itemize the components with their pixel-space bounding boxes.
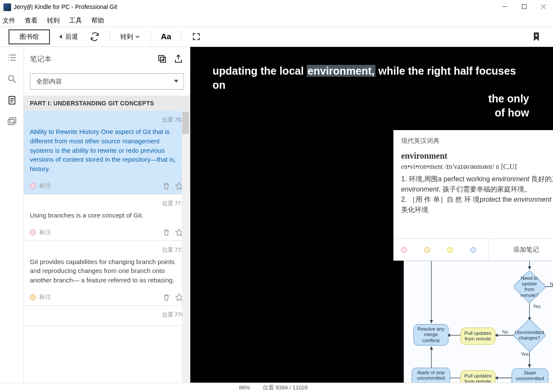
menu-tools[interactable]: 工具 [69, 17, 82, 25]
fullscreen-button[interactable] [188, 30, 205, 44]
status-percent: 86% [239, 384, 250, 391]
note-tag-label: 标注 [39, 182, 158, 190]
dictionary-word: environment [401, 151, 553, 161]
note-tag-label: 标注 [39, 229, 158, 236]
flow-pull2: Pull updates from remote [460, 370, 495, 383]
filter-select[interactable]: 全部内容 [30, 73, 184, 90]
note-location: 位置 776 [30, 311, 184, 319]
app-icon [3, 3, 11, 11]
delete-icon[interactable] [162, 228, 171, 237]
delete-icon[interactable] [162, 293, 171, 302]
menu-goto[interactable]: 转到 [47, 17, 60, 25]
dictionary-footer: 添加笔记 复制 更多 [393, 238, 553, 261]
font-button[interactable]: Aa [157, 29, 175, 44]
note-location: 位置 771 [30, 200, 184, 207]
note-tag-label: 标注 [39, 293, 158, 301]
book-text[interactable]: updating the local environment, while th… [190, 47, 553, 119]
delete-icon[interactable] [162, 181, 171, 191]
left-sidebar [0, 47, 24, 383]
highlight-pink[interactable] [401, 247, 407, 253]
notes-list: 位置 752 Ability to Rewrite History One as… [24, 111, 190, 383]
add-note-button[interactable]: 添加笔记 [496, 239, 553, 261]
highlight-blue[interactable] [470, 247, 476, 253]
menu-help[interactable]: 帮助 [91, 17, 104, 25]
note-location: 位置 772 [30, 246, 184, 254]
note-text: Ability to Rewrite History One aspect of… [30, 127, 184, 174]
highlight-color-dot [30, 294, 36, 300]
notes-icon[interactable] [6, 95, 17, 106]
highlight-color-dot [30, 229, 36, 235]
highlight-color-dot [30, 183, 36, 189]
flow-apply: Apply or pop uncommitted changes [412, 368, 450, 383]
note-text: Git provides capabilities for changing b… [30, 257, 184, 285]
library-button[interactable]: 图书馆 [9, 29, 50, 44]
dictionary-name: 现代英汉词典 [401, 137, 553, 145]
menu-view[interactable]: 查看 [25, 17, 38, 25]
svg-rect-1 [522, 4, 527, 9]
refresh-button[interactable] [86, 29, 104, 44]
bookmark-button[interactable] [528, 29, 544, 44]
flowchart-image: Need to update from remote? Stage and co… [404, 261, 553, 383]
status-location: 位置 9384 / 11026 [263, 384, 308, 392]
highlighted-word: environment, [307, 65, 375, 77]
note-item[interactable]: 位置 776 [24, 306, 190, 326]
flow-resolve: Resolve any merge conflicts [413, 324, 448, 346]
note-item[interactable]: 位置 771 Using branches is a core concept … [24, 195, 190, 241]
menu-file[interactable]: 文件 [3, 17, 15, 25]
note-item[interactable]: 位置 752 Ability to Rewrite History One as… [24, 111, 190, 195]
close-button[interactable] [534, 0, 553, 13]
scrollbar[interactable] [182, 111, 189, 383]
window-title: Jerry的 Kindle for PC - Professional Git [14, 3, 117, 11]
section-title: PART I: UNDERSTANDING GIT CONCEPTS [24, 96, 190, 111]
svg-point-12 [9, 75, 14, 81]
note-location: 位置 752 [30, 116, 184, 124]
highlight-orange[interactable] [424, 247, 430, 253]
menu-bar: 文件 查看 转到 工具 帮助 [0, 15, 553, 26]
toolbar: 图书馆 后退 转到 Aa [0, 26, 553, 47]
svg-line-13 [13, 80, 16, 83]
status-bar: 86% 位置 9384 / 11026 [0, 383, 553, 392]
flashcards-icon[interactable] [6, 116, 17, 127]
highlight-yellow[interactable] [447, 247, 453, 253]
notes-panel-title: 笔记本 [30, 54, 151, 64]
search-icon[interactable] [6, 73, 17, 84]
dictionary-popup: 现代英汉词典 environment en•vi•ron•ment /ɪnˈva… [393, 130, 553, 261]
window-controls [495, 0, 553, 13]
flow-stash: Stash uncommitted changes [512, 369, 548, 383]
maximize-button[interactable] [515, 0, 534, 13]
copy-all-icon[interactable] [157, 53, 168, 64]
minimize-button[interactable] [495, 0, 515, 13]
back-button[interactable]: 后退 [53, 30, 82, 44]
notes-panel: 笔记本 全部内容 PART I: UNDERSTANDING GIT CONCE… [24, 47, 190, 383]
note-text: Using branches is a core concept of Git. [30, 211, 184, 220]
goto-button[interactable]: 转到 [116, 30, 144, 44]
reader-pane: updating the local environment, while th… [190, 47, 553, 383]
toc-icon[interactable] [6, 52, 17, 63]
flow-pull1: Pull updates from remote [460, 328, 495, 345]
note-item[interactable]: 位置 772 Git provides capabilities for cha… [24, 241, 190, 306]
export-icon[interactable] [173, 53, 184, 64]
dictionary-definition: 1. 环境,周围a perfect working environment 良好… [401, 174, 553, 215]
svg-rect-18 [8, 119, 14, 125]
title-bar: Jerry的 Kindle for PC - Professional Git [0, 0, 553, 15]
dictionary-phonetic: en•vi•ron•ment /ɪnˈvaɪərənmənt/ n [C,U] [401, 163, 553, 171]
svg-rect-19 [10, 118, 16, 123]
